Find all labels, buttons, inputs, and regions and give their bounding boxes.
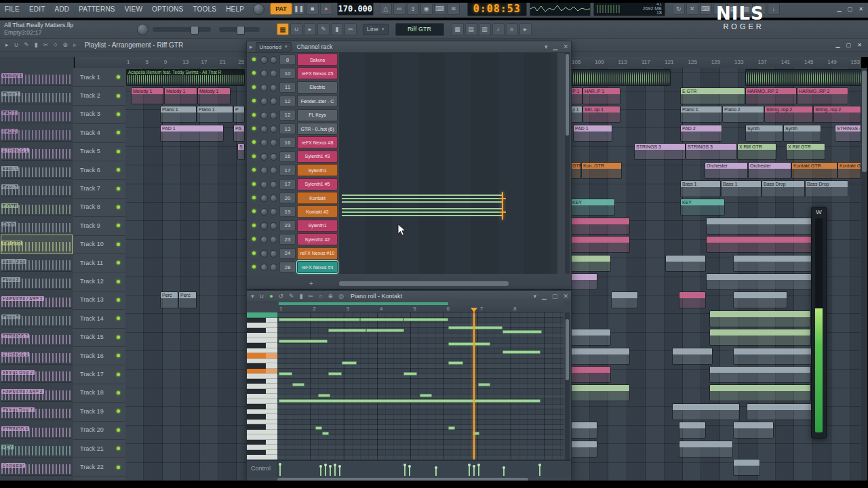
piano-roll-ruler[interactable]: 12345678 xyxy=(277,302,564,313)
piano-key[interactable] xyxy=(247,318,277,323)
channel-button-kontakt-2[interactable]: Kontakt #2 xyxy=(297,205,338,218)
velocity-stem[interactable] xyxy=(339,467,340,476)
track-led-icon[interactable] xyxy=(117,187,120,190)
menu-item-view[interactable]: VIEW xyxy=(120,5,147,13)
track-header-17[interactable]: Track 17 xyxy=(73,365,125,384)
channel-rack-window[interactable]: ▸ Unsorted ▾ Channel rack ▾ ▁ ✕ 8Sakura1… xyxy=(246,41,572,289)
pause-button[interactable]: ❚❚ xyxy=(293,3,305,15)
tempo-display[interactable]: 170.000 xyxy=(337,2,374,16)
channel-number-button[interactable]: 8 xyxy=(279,54,296,65)
midi-note[interactable] xyxy=(328,329,366,332)
pattern-clip[interactable] xyxy=(733,255,813,272)
pattern-thumb-piano-1[interactable]: Piano 1 xyxy=(1,86,72,104)
pattern-thumb-bass-2[interactable]: Bass 2 xyxy=(1,179,72,197)
menu-item-help[interactable]: HELP xyxy=(221,5,249,13)
channel-number-button[interactable]: 17 xyxy=(279,179,296,190)
pattern-thumb-pad-1[interactable]: PAD 1 xyxy=(1,105,72,123)
track-led-icon[interactable] xyxy=(117,391,120,394)
zoom-icon[interactable]: ⊕ xyxy=(60,41,71,48)
velocity-stem[interactable] xyxy=(539,466,540,476)
midi-note[interactable] xyxy=(448,426,455,430)
brush-icon[interactable]: ▮ xyxy=(297,293,306,300)
channel-button-gtr-0-hot-6-[interactable]: GTR - 0..hot (6) xyxy=(297,123,338,135)
piano-key[interactable] xyxy=(247,430,277,435)
pattern-clip[interactable]: HAR..P 1 xyxy=(583,87,620,104)
channel-number-button[interactable]: 24 xyxy=(279,248,296,259)
pattern-clip[interactable] xyxy=(709,366,811,383)
velocity-stem[interactable] xyxy=(409,467,410,476)
pattern-clip[interactable] xyxy=(733,459,760,476)
pattern-clip[interactable]: STRINGS 3 xyxy=(634,143,686,160)
track-led-icon[interactable] xyxy=(117,317,120,320)
midi-note[interactable] xyxy=(478,383,490,386)
target-icon[interactable]: ◎ xyxy=(336,293,347,300)
piano-roll-titlebar[interactable]: ▾∪●↺✎▮✂○⊕◎ Piano roll - Kontakt ▾ ▁ ▢ ✕ xyxy=(247,291,571,302)
channel-button-refx-nexus-4[interactable]: reFX Nexus #4 xyxy=(297,261,338,273)
channel-volume-knob[interactable] xyxy=(270,70,277,77)
scroll-thumb[interactable] xyxy=(862,70,867,172)
pattern-clip[interactable] xyxy=(570,422,597,439)
piano-keys[interactable] xyxy=(247,312,277,460)
piano-key[interactable] xyxy=(247,348,277,354)
pattern-thumb-piano-2[interactable]: Piano 2 xyxy=(1,272,72,290)
playlist-vscrollbar[interactable] xyxy=(861,68,867,481)
pattern-thumb-strings-2[interactable]: STRINGS 2 xyxy=(1,328,72,346)
velocity-stem[interactable] xyxy=(279,465,281,476)
channel-button-kontakt[interactable]: Kontakt xyxy=(297,192,338,204)
pattern-clip[interactable]: X Riff GTR xyxy=(786,143,825,160)
midi-note[interactable] xyxy=(448,361,463,365)
piano-key[interactable] xyxy=(247,389,277,394)
monitor-knob[interactable] xyxy=(137,24,149,35)
pattern-clip[interactable] xyxy=(706,236,813,253)
channel-pan-knob[interactable] xyxy=(260,84,268,92)
track-led-icon[interactable] xyxy=(117,428,120,432)
pattern-clip[interactable]: Bass 1 xyxy=(680,180,721,197)
record-button[interactable]: ● xyxy=(320,3,332,15)
channel-mute-led[interactable] xyxy=(252,182,256,186)
pattern-clip[interactable]: Synth xyxy=(745,125,783,142)
track-header-9[interactable]: Track 9 xyxy=(73,216,125,235)
scroll-thumb[interactable] xyxy=(566,319,569,380)
channel-mute-led[interactable] xyxy=(252,237,256,241)
velocity-stem[interactable] xyxy=(478,466,479,476)
channel-volume-knob[interactable] xyxy=(270,125,277,133)
menu-item-options[interactable]: OPTIONS xyxy=(147,5,188,13)
piano-key[interactable] xyxy=(247,359,277,364)
master-pitch-slider[interactable] xyxy=(219,27,260,32)
window-maximize-button[interactable]: ▢ xyxy=(846,5,854,13)
pattern-clip[interactable]: PA xyxy=(233,125,245,142)
track-led-icon[interactable] xyxy=(117,168,120,171)
pattern-clip[interactable] xyxy=(679,422,706,439)
channel-number-button[interactable]: 11 xyxy=(279,82,296,93)
pattern-clip[interactable]: Kon..GTR xyxy=(581,162,622,179)
magnet-icon[interactable]: ∪ xyxy=(257,293,267,300)
track-header-7[interactable]: Track 7 xyxy=(73,179,125,198)
pattern-thumb-strings-drop-2[interactable]: Strings Drop 2 xyxy=(1,365,72,383)
piano-key[interactable] xyxy=(247,379,277,384)
pattern-clip[interactable]: Stri..op 1 xyxy=(583,106,620,123)
channel-volume-knob[interactable] xyxy=(270,222,277,230)
track-led-icon[interactable] xyxy=(117,113,120,116)
midi-note[interactable] xyxy=(279,318,360,321)
track-header-10[interactable]: Track 10 xyxy=(73,235,125,254)
channel-volume-knob[interactable] xyxy=(270,264,277,271)
channel-button-sylenth1-2[interactable]: Sylenth1 #2 xyxy=(297,233,338,245)
pattern-clip[interactable] xyxy=(672,403,740,420)
snap-grid-button[interactable]: ▦ xyxy=(277,23,289,35)
rack-vscrollbar[interactable] xyxy=(565,53,570,274)
playhead-marker-icon[interactable] xyxy=(471,308,477,312)
velocity-stem[interactable] xyxy=(320,467,321,476)
track-header-4[interactable]: Track 4 xyxy=(73,123,125,142)
pattern-clip[interactable]: Bass Drop xyxy=(805,180,848,197)
track-header-16[interactable]: Track 16 xyxy=(73,346,125,365)
pattern-clip[interactable]: HARMO..RP 2 xyxy=(797,87,848,104)
channel-mute-led[interactable] xyxy=(252,168,256,171)
track-led-icon[interactable] xyxy=(117,373,120,376)
pattern-clip[interactable]: String..rop 2 xyxy=(764,106,813,123)
piano-key[interactable] xyxy=(247,323,277,328)
pattern-clip[interactable] xyxy=(733,348,813,365)
pattern-clip[interactable]: Melody 1 xyxy=(131,87,164,104)
track-led-icon[interactable] xyxy=(117,466,120,469)
velocity-stem[interactable] xyxy=(404,466,406,476)
playlist-close-button[interactable]: ✕ xyxy=(855,41,864,49)
